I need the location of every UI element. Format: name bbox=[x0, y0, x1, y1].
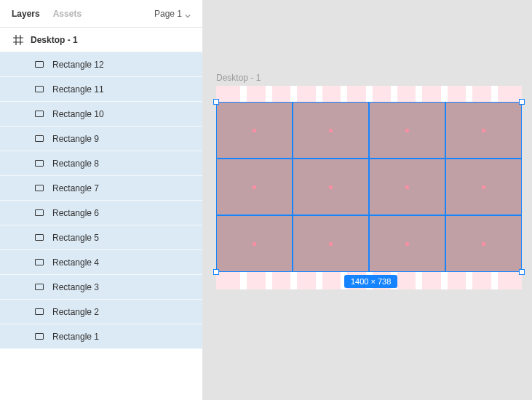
chevron-down-icon bbox=[185, 11, 191, 17]
canvas[interactable]: Desktop - 1 bbox=[203, 0, 532, 400]
rectangle-shape[interactable] bbox=[217, 216, 292, 271]
rectangle-icon bbox=[35, 61, 44, 68]
tab-assets[interactable]: Assets bbox=[53, 9, 82, 19]
rectangle-icon bbox=[35, 308, 44, 315]
frame-row[interactable]: Desktop - 1 bbox=[0, 28, 202, 52]
rectangle-icon bbox=[35, 333, 44, 340]
resize-handle-bl[interactable] bbox=[213, 269, 219, 275]
layer-label: Rectangle 12 bbox=[52, 60, 104, 70]
layer-label: Rectangle 9 bbox=[52, 134, 99, 144]
layer-list: Rectangle 12 Rectangle 11 Rectangle 10 R… bbox=[0, 52, 202, 400]
artboard-label[interactable]: Desktop - 1 bbox=[216, 73, 261, 83]
rectangle-shape[interactable] bbox=[293, 103, 368, 158]
rectangle-icon bbox=[35, 234, 44, 241]
layer-item[interactable]: Rectangle 6 bbox=[0, 201, 202, 225]
page-label: Page 1 bbox=[154, 9, 182, 19]
layer-label: Rectangle 7 bbox=[52, 183, 99, 193]
layer-item[interactable]: Rectangle 7 bbox=[0, 176, 202, 201]
frame-icon bbox=[13, 35, 23, 45]
layer-item[interactable]: Rectangle 12 bbox=[0, 52, 202, 77]
frame-name: Desktop - 1 bbox=[31, 35, 78, 45]
layers-panel: Layers Assets Page 1 Desktop - 1 Rectang… bbox=[0, 0, 203, 400]
layer-item[interactable]: Rectangle 1 bbox=[0, 324, 202, 349]
layer-label: Rectangle 2 bbox=[52, 307, 99, 317]
rectangle-shape[interactable] bbox=[446, 159, 521, 215]
resize-handle-tl[interactable] bbox=[213, 99, 219, 105]
rectangle-icon bbox=[35, 259, 44, 265]
rectangle-icon bbox=[35, 160, 44, 167]
panel-tabs: Layers Assets Page 1 bbox=[0, 0, 202, 28]
rectangle-icon bbox=[35, 86, 44, 92]
rectangle-shape[interactable] bbox=[217, 159, 292, 215]
layer-item[interactable]: Rectangle 10 bbox=[0, 102, 202, 127]
selection-dimensions-badge: 1400 × 738 bbox=[344, 275, 397, 288]
rectangle-icon bbox=[35, 135, 44, 142]
layer-item[interactable]: Rectangle 11 bbox=[0, 77, 202, 102]
layer-label: Rectangle 1 bbox=[52, 332, 99, 342]
layer-label: Rectangle 5 bbox=[52, 233, 99, 243]
rectangle-shape[interactable] bbox=[293, 159, 368, 215]
layer-item[interactable]: Rectangle 4 bbox=[0, 250, 202, 275]
layer-item[interactable]: Rectangle 3 bbox=[0, 275, 202, 300]
rectangle-icon bbox=[35, 185, 44, 191]
layer-label: Rectangle 4 bbox=[52, 257, 99, 268]
rectangle-shape[interactable] bbox=[370, 159, 445, 215]
rectangle-icon bbox=[35, 284, 44, 290]
rectangle-shape[interactable] bbox=[370, 103, 445, 158]
layer-item[interactable]: Rectangle 5 bbox=[0, 225, 202, 250]
layer-item[interactable]: Rectangle 8 bbox=[0, 151, 202, 176]
layer-item[interactable]: Rectangle 9 bbox=[0, 127, 202, 151]
layer-item[interactable]: Rectangle 2 bbox=[0, 300, 202, 324]
rectangle-shape[interactable] bbox=[446, 216, 521, 271]
layer-label: Rectangle 11 bbox=[52, 84, 104, 95]
layer-label: Rectangle 3 bbox=[52, 282, 99, 292]
resize-handle-tr[interactable] bbox=[519, 99, 525, 105]
rectangle-icon bbox=[35, 111, 44, 117]
layer-label: Rectangle 6 bbox=[52, 208, 99, 218]
rectangle-shape[interactable] bbox=[446, 103, 521, 158]
resize-handle-br[interactable] bbox=[519, 269, 525, 275]
rectangle-shape[interactable] bbox=[370, 216, 445, 271]
rectangle-shape[interactable] bbox=[293, 216, 368, 271]
page-selector[interactable]: Page 1 bbox=[154, 9, 191, 19]
layer-label: Rectangle 10 bbox=[52, 109, 104, 119]
selection-bounds[interactable] bbox=[216, 102, 522, 272]
rectangle-icon bbox=[35, 209, 44, 216]
layer-label: Rectangle 8 bbox=[52, 159, 99, 169]
tab-layers[interactable]: Layers bbox=[12, 9, 40, 19]
rectangle-shape[interactable] bbox=[217, 103, 292, 158]
